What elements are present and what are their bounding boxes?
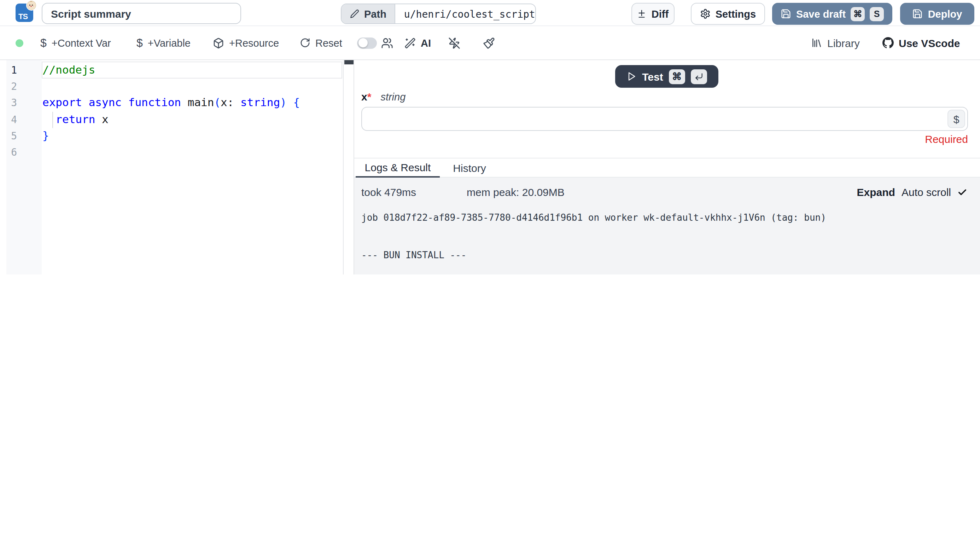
argument-type: string	[380, 91, 406, 102]
argument-input[interactable]	[361, 107, 968, 131]
line-number: 5	[6, 128, 17, 144]
memory-label: mem peak: 20.09MB	[467, 186, 565, 198]
wand-icon	[404, 37, 416, 48]
test-button[interactable]: Test ⌘	[615, 65, 718, 88]
line-number: 1	[6, 62, 17, 78]
save-icon	[913, 8, 923, 19]
autoscroll-label[interactable]: Auto scroll	[902, 186, 951, 198]
dollar-icon: $	[40, 37, 47, 49]
duration-label: took 479ms	[361, 186, 416, 198]
editor-gutter-numbers: 123456	[6, 62, 17, 161]
gear-icon	[700, 8, 711, 19]
use-vscode-button[interactable]: Use VScode	[883, 37, 960, 49]
editor-toolbar: $ +Context Var $ +Variable +Resource Res…	[0, 26, 980, 60]
pane-splitter[interactable]	[343, 60, 354, 274]
language-logo: TS	[16, 3, 44, 24]
logs-header: took 479ms mem peak: 20.09MB Expand Auto…	[361, 186, 967, 200]
kbd-enter	[691, 69, 707, 84]
play-icon	[627, 72, 636, 81]
code-line[interactable]: return x	[43, 112, 343, 128]
format-code-button[interactable]	[483, 37, 495, 49]
code-line[interactable]: export async function main(x: string) {	[43, 95, 343, 112]
expand-button[interactable]: Expand	[857, 186, 895, 198]
path-control[interactable]: Path u/henri/coolest_script	[341, 3, 536, 24]
path-label: Path	[364, 8, 387, 19]
diff-button[interactable]: Diff	[632, 3, 675, 25]
zap-off-icon	[448, 37, 460, 49]
reset-button[interactable]: Reset	[300, 37, 342, 48]
add-context-var-button[interactable]: $ +Context Var	[40, 37, 111, 49]
editor-code-lines[interactable]: //nodejsexport async function main(x: st…	[43, 62, 343, 161]
diff-mode-toggle[interactable]	[357, 37, 377, 48]
insert-variable-button[interactable]: $	[948, 110, 965, 128]
required-star: *	[368, 91, 372, 102]
argument-name: x	[361, 91, 368, 102]
check-icon[interactable]	[958, 187, 967, 197]
kbd-cmd: ⌘	[851, 7, 865, 21]
kbd-cmd: ⌘	[669, 69, 685, 84]
settings-button[interactable]: Settings	[691, 3, 765, 25]
path-edit-button[interactable]: Path	[342, 4, 396, 23]
deploy-button[interactable]: Deploy	[900, 3, 974, 25]
tab-history[interactable]: History	[445, 158, 493, 177]
bun-icon	[26, 0, 37, 11]
line-number: 3	[6, 95, 17, 112]
package-icon	[213, 37, 224, 48]
status-dot	[16, 39, 23, 47]
add-resource-button[interactable]: +Resource	[213, 37, 279, 48]
required-message: Required	[925, 133, 968, 145]
kbd-s: S	[870, 7, 884, 21]
reset-icon	[300, 37, 310, 48]
pencil-icon	[350, 9, 359, 18]
line-number: 4	[6, 112, 17, 128]
code-line[interactable]	[43, 144, 343, 161]
header-bar: TS Path u/henri/coolest_script	[0, 0, 980, 26]
preview-panel: Test ⌘ x*string $ Required Logs & Result…	[354, 60, 980, 274]
windmill-script-editor: TS Path u/henri/coolest_script	[0, 0, 980, 274]
tab-logs-result[interactable]: Logs & Result	[356, 158, 440, 177]
code-editor[interactable]: 123456 //nodejsexport async function mai…	[0, 60, 343, 274]
result-tabs: Logs & Result History	[354, 158, 980, 177]
line-number: 6	[6, 144, 17, 161]
ai-assistant-button[interactable]: AI	[404, 37, 431, 48]
paintbrush-icon	[483, 37, 495, 49]
save-draft-button[interactable]: Save draft ⌘ S	[772, 3, 892, 25]
argument-label: x*string	[361, 91, 406, 102]
users-icon	[381, 37, 393, 49]
code-line[interactable]: }	[43, 128, 343, 144]
code-line[interactable]: //nodejs	[43, 62, 343, 78]
github-icon	[883, 37, 894, 48]
log-output: job 018d7f22-af89-7385-7780-d4146d1f96b1…	[361, 212, 826, 274]
indent-guide	[52, 112, 53, 128]
code-line[interactable]	[43, 78, 343, 95]
path-value[interactable]: u/henri/coolest_script	[396, 4, 536, 23]
save-icon	[781, 8, 791, 19]
logs-panel: took 479ms mem peak: 20.09MB Expand Auto…	[354, 177, 980, 274]
editor-scrollbar-thumb[interactable]	[344, 60, 353, 64]
dollar-icon: $	[137, 37, 143, 49]
library-icon	[811, 37, 822, 48]
library-button[interactable]: Library	[811, 37, 860, 49]
disable-triggers-button[interactable]	[448, 37, 460, 49]
script-summary-input[interactable]	[42, 3, 241, 24]
collaborators-button[interactable]	[381, 37, 393, 49]
add-variable-button[interactable]: $ +Variable	[137, 37, 191, 49]
line-number: 2	[6, 78, 17, 95]
diff-icon	[638, 9, 647, 18]
